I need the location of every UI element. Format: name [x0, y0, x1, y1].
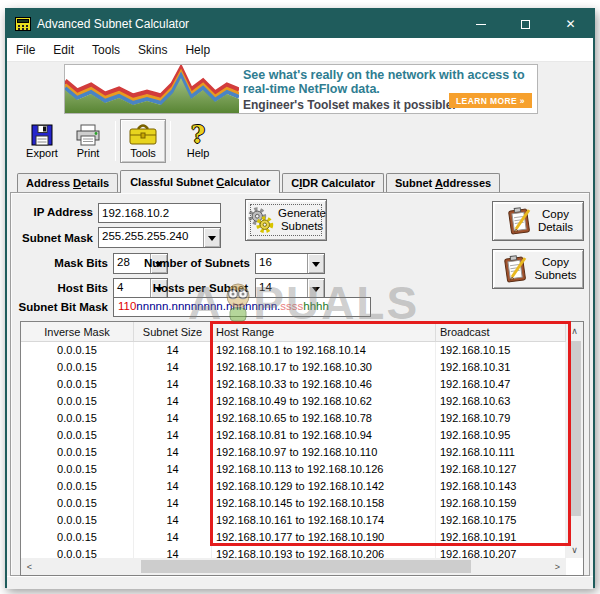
table-cell: 192.168.10.79 — [436, 410, 566, 427]
table-row[interactable]: 0.0.0.1514192.168.10.145 to 192.168.10.1… — [21, 495, 566, 512]
tab-strip: Address Details Classful Subnet Calculat… — [7, 166, 593, 192]
table-row[interactable]: 0.0.0.1514192.168.10.17 to 192.168.10.30… — [21, 359, 566, 376]
chevron-down-icon[interactable] — [203, 228, 220, 247]
table-cell: 192.168.10.47 — [436, 376, 566, 393]
table-cell: 192.168.10.15 — [436, 342, 566, 359]
scroll-down-icon[interactable]: ∨ — [566, 541, 583, 558]
menu-help[interactable]: Help — [176, 38, 219, 61]
tools-button[interactable]: Tools — [120, 119, 166, 163]
toolbar-separator — [170, 121, 171, 161]
table-cell: 192.168.10.33 to 192.168.10.46 — [212, 376, 436, 393]
table-row[interactable]: 0.0.0.1514192.168.10.97 to 192.168.10.11… — [21, 444, 566, 461]
table-cell: 0.0.0.15 — [21, 393, 134, 410]
table-cell: 192.168.10.143 — [436, 478, 566, 495]
tab-subnet-addresses[interactable]: Subnet Addresses — [386, 173, 500, 192]
table-cell: 14 — [134, 444, 212, 461]
close-button[interactable]: ✕ — [548, 10, 593, 38]
table-cell: 192.168.10.31 — [436, 359, 566, 376]
scroll-up-icon[interactable]: ∧ — [566, 322, 583, 339]
table-cell: 192.168.10.161 to 192.168.10.174 — [212, 512, 436, 529]
copy-subnets-button[interactable]: CopySubnets — [492, 249, 584, 289]
table-cell: 192.168.10.177 to 192.168.10.190 — [212, 529, 436, 546]
hosts-per-subnet-select[interactable]: 14 — [255, 278, 325, 299]
vertical-scroll-thumb[interactable] — [568, 341, 581, 516]
table-row[interactable]: 0.0.0.1514192.168.10.49 to 192.168.10.62… — [21, 393, 566, 410]
column-header-broadcast[interactable]: Broadcast — [436, 322, 566, 341]
table-cell: 0.0.0.15 — [21, 410, 134, 427]
table-row[interactable]: 0.0.0.1514192.168.10.129 to 192.168.10.1… — [21, 478, 566, 495]
table-cell: 0.0.0.15 — [21, 478, 134, 495]
table-cell: 192.168.10.207 — [436, 546, 566, 558]
copy-details-button[interactable]: CopyDetails — [492, 201, 584, 241]
table-cell: 0.0.0.15 — [21, 529, 134, 546]
horizontal-scrollbar[interactable]: < > — [21, 558, 566, 575]
table-row[interactable]: 0.0.0.1514192.168.10.177 to 192.168.10.1… — [21, 529, 566, 546]
learn-more-button[interactable]: LEARN MORE » — [449, 93, 532, 108]
app-icon — [15, 17, 31, 31]
table-cell: 0.0.0.15 — [21, 495, 134, 512]
column-header-host-range[interactable]: Host Range — [212, 322, 436, 341]
table-row[interactable]: 0.0.0.1514192.168.10.33 to 192.168.10.46… — [21, 376, 566, 393]
generate-subnets-button[interactable]: GenerateSubnets — [245, 199, 327, 241]
table-cell: 0.0.0.15 — [21, 376, 134, 393]
table-header-row: Inverse Mask Subnet Size Host Range Broa… — [21, 322, 566, 342]
host-bits-label: Host Bits — [11, 282, 108, 294]
netflow-ad-banner[interactable]: See what's really on the network with ac… — [64, 64, 538, 114]
help-button[interactable]: ? Help — [175, 119, 221, 163]
question-mark-icon: ? — [191, 124, 205, 146]
table-row[interactable]: 0.0.0.1514192.168.10.81 to 192.168.10.94… — [21, 427, 566, 444]
subnet-table[interactable]: Inverse Mask Subnet Size Host Range Broa… — [20, 321, 584, 576]
ip-address-label: IP Address — [11, 206, 93, 218]
tab-address-details[interactable]: Address Details — [17, 173, 118, 192]
column-header-subnet-size[interactable]: Subnet Size — [134, 322, 212, 341]
number-of-subnets-select[interactable]: 16 — [255, 253, 325, 274]
menu-tools[interactable]: Tools — [83, 38, 129, 61]
subnet-mask-select[interactable]: 255.255.255.240 — [98, 227, 221, 248]
table-cell: 192.168.10.97 to 192.168.10.110 — [212, 444, 436, 461]
printer-icon — [75, 124, 101, 146]
subnet-table-rows: 0.0.0.1514192.168.10.1 to 192.168.10.141… — [21, 342, 566, 558]
toolbox-icon — [128, 123, 158, 146]
table-row[interactable]: 0.0.0.1514192.168.10.65 to 192.168.10.78… — [21, 410, 566, 427]
banner-headline: See what's really on the network with ac… — [243, 68, 531, 96]
menu-edit[interactable]: Edit — [44, 38, 83, 61]
scroll-right-icon[interactable]: > — [549, 558, 566, 575]
print-button[interactable]: Print — [65, 119, 111, 163]
table-cell: 192.168.10.1 to 192.168.10.14 — [212, 342, 436, 359]
table-cell: 0.0.0.15 — [21, 359, 134, 376]
table-cell: 0.0.0.15 — [21, 546, 134, 558]
minimize-button[interactable] — [458, 10, 503, 38]
table-cell: 14 — [134, 410, 212, 427]
table-cell: 0.0.0.15 — [21, 427, 134, 444]
tab-classful-subnet-calculator[interactable]: Classful Subnet Calculator — [120, 170, 280, 193]
toolbar: Export Print Tools ? — [7, 116, 593, 166]
chevron-down-icon[interactable] — [307, 254, 324, 273]
table-cell: 192.168.10.159 — [436, 495, 566, 512]
export-button[interactable]: Export — [19, 119, 65, 163]
table-cell: 192.168.10.17 to 192.168.10.30 — [212, 359, 436, 376]
table-row[interactable]: 0.0.0.1514192.168.10.161 to 192.168.10.1… — [21, 512, 566, 529]
area-chart-decoration — [65, 65, 239, 113]
scroll-left-icon[interactable]: < — [21, 558, 38, 575]
table-row[interactable]: 0.0.0.1514192.168.10.1 to 192.168.10.141… — [21, 342, 566, 359]
vertical-scrollbar[interactable]: ∧ ∨ — [566, 322, 583, 558]
table-cell: 192.168.10.65 to 192.168.10.78 — [212, 410, 436, 427]
tab-cidr-calculator[interactable]: CIDR Calculator — [282, 173, 384, 192]
title-bar[interactable]: Advanced Subnet Calculator ✕ — [7, 10, 593, 38]
clipboard-pencil-icon — [503, 205, 535, 237]
ip-address-input[interactable] — [98, 203, 221, 223]
table-row[interactable]: 0.0.0.1514192.168.10.193 to 192.168.10.2… — [21, 546, 566, 558]
menu-skins[interactable]: Skins — [129, 38, 176, 61]
column-header-inverse-mask[interactable]: Inverse Mask — [21, 322, 134, 341]
horizontal-scroll-thumb[interactable] — [141, 560, 471, 573]
table-row[interactable]: 0.0.0.1514192.168.10.113 to 192.168.10.1… — [21, 461, 566, 478]
minimize-icon — [476, 24, 486, 25]
table-cell: 192.168.10.145 to 192.168.10.158 — [212, 495, 436, 512]
subnet-mask-label: Subnet Mask — [11, 232, 93, 244]
menu-file[interactable]: File — [7, 38, 44, 61]
maximize-button[interactable] — [503, 10, 548, 38]
status-bar — [7, 576, 593, 589]
table-cell: 14 — [134, 393, 212, 410]
table-cell: 192.168.10.129 to 192.168.10.142 — [212, 478, 436, 495]
chevron-down-icon[interactable] — [307, 279, 324, 298]
